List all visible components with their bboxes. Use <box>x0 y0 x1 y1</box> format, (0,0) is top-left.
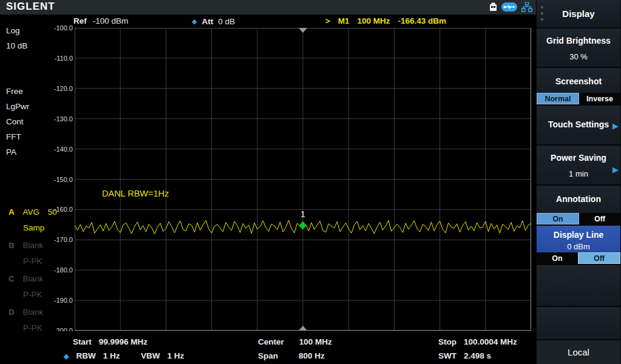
trace-a-status[interactable]: A AVG 50 <box>8 207 57 217</box>
grid-brightness-value: 30 % <box>537 52 620 61</box>
att-value: 0 dB <box>218 17 235 26</box>
span-label: Span <box>258 351 278 360</box>
stop-value: 100.0004 MHz <box>464 337 517 346</box>
trace-b-detector: Blank <box>23 241 44 250</box>
start-value: 99.9996 MHz <box>99 337 148 346</box>
submenu-arrow-icon: ▶ <box>613 121 619 130</box>
display-line-on-button[interactable]: On <box>537 252 578 264</box>
display-line-off-button[interactable]: Off <box>578 252 620 264</box>
att-label: Att <box>202 17 213 26</box>
marker-1-diamond-icon[interactable] <box>299 221 307 229</box>
menu-item-grid-brightness[interactable]: Grid Brightness 30 % <box>537 29 620 67</box>
menu-item-power-saving[interactable]: Power Saving 1 min ▶ <box>537 146 620 184</box>
annotation-row: Ref -100 dBm ◆ Att 0 dB > M1 100 MHz -16… <box>0 15 536 28</box>
local-button[interactable]: Local <box>537 340 620 364</box>
system-status-icons <box>489 2 532 12</box>
marker-name: M1 <box>338 16 350 25</box>
rbw-value: 1 Hz <box>103 351 120 361</box>
trace-a-mode[interactable]: Samp <box>23 223 44 232</box>
span-readout[interactable]: Span 800 Hz <box>258 351 325 360</box>
att-diamond-icon: ◆ <box>192 16 197 26</box>
y-axis-label: -110.0 <box>0 55 73 62</box>
brand-bar: SIGLENT <box>0 0 536 15</box>
start-freq-readout[interactable]: Start 99.9996 MHz <box>73 337 148 346</box>
fft-mode[interactable]: FFT <box>6 132 21 141</box>
screenshot-normal-button[interactable]: Normal <box>537 93 579 104</box>
plot-canvas: 1 <box>75 28 531 331</box>
annotation-off-button[interactable]: Off <box>579 213 620 224</box>
marker-1-label: 1 <box>300 209 305 219</box>
preamp-state[interactable]: LgPwr <box>6 102 29 111</box>
center-label: Center <box>258 337 284 346</box>
trace-d-status[interactable]: D Blank <box>8 308 43 317</box>
sweep-mode[interactable]: Cont <box>6 117 24 126</box>
screenshot-inverse-button[interactable]: Inverse <box>579 93 620 104</box>
trace-d-detector: Blank <box>23 308 44 317</box>
trace-c-id: C <box>8 274 15 283</box>
display-line-title: Display Line <box>537 230 620 240</box>
menu-panel: Display Grid Brightness 30 % Screenshot … <box>536 0 621 364</box>
trace-b-mode[interactable]: P-PK <box>23 257 42 266</box>
annotation-toggle: On Off <box>537 213 620 224</box>
grid-brightness-title: Grid Brightness <box>537 36 620 46</box>
amplitude-scale-div[interactable]: 10 dB <box>6 41 27 50</box>
attenuation-readout[interactable]: ◆ Att 0 dB <box>192 16 235 26</box>
screenshot-toggle: Normal Inverse <box>537 93 620 104</box>
menu-grip-dots-icon <box>541 6 543 21</box>
marker-amplitude: -166.43 dBm <box>398 16 446 25</box>
span-value: 800 Hz <box>299 351 325 360</box>
trace-c-mode-label: P-PK <box>23 290 42 299</box>
center-freq-top-marker-icon <box>299 28 307 33</box>
trace-c-mode[interactable]: P-PK <box>23 290 42 299</box>
menu-item-screenshot[interactable]: Screenshot Normal Inverse <box>537 68 620 104</box>
ref-level-readout[interactable]: Ref -100 dBm <box>73 16 128 25</box>
stop-freq-readout[interactable]: Stop 100.0004 MHz <box>438 337 517 346</box>
swt-label: SWT <box>438 351 456 360</box>
touch-settings-title: Touch Settings <box>537 120 620 129</box>
trace-c-status[interactable]: C Blank <box>8 274 43 283</box>
trace-a-id: A <box>8 207 15 217</box>
menu-header: Display <box>537 0 620 27</box>
menu-title: Display <box>562 8 594 19</box>
trigger-mode[interactable]: Free <box>6 87 23 96</box>
frequency-status-bar: Start 99.9996 MHz Center 100 MHz Stop 10… <box>0 331 536 364</box>
annotation-title: Annotation <box>537 194 620 204</box>
annotation-on-button[interactable]: On <box>537 213 579 224</box>
y-axis-label: -180.0 <box>0 266 73 274</box>
brand-logo: SIGLENT <box>6 1 55 13</box>
rbw-readout[interactable]: ◆ RBW 1 Hz <box>64 351 120 361</box>
screenshot-title: Screenshot <box>537 76 620 86</box>
vbw-value: 1 Hz <box>168 351 185 360</box>
trace-b-mode-label: P-PK <box>23 257 42 266</box>
submenu-arrow-icon: ▶ <box>613 165 619 174</box>
usb-storage-icon <box>489 2 497 12</box>
power-saving-title: Power Saving <box>537 153 620 163</box>
marker-frequency: 100 MHz <box>357 16 390 25</box>
menu-item-touch-settings[interactable]: Touch Settings ▶ <box>537 106 620 144</box>
center-value: 100 MHz <box>299 337 332 346</box>
menu-item-empty-1 <box>537 265 620 306</box>
lan-icon <box>521 2 532 12</box>
menu-item-annotation[interactable]: Annotation On Off <box>537 186 620 224</box>
pa-state[interactable]: PA <box>6 147 16 157</box>
rbw-label: RBW <box>76 351 95 361</box>
trace-c-detector: Blank <box>23 274 44 283</box>
vbw-readout[interactable]: VBW 1 Hz <box>141 351 184 360</box>
trace-a-mode-label: Samp <box>23 223 44 232</box>
menu-item-empty-2 <box>537 307 620 339</box>
spectrum-plot[interactable]: 1 <box>75 28 531 331</box>
trace-a-count: 50 <box>48 207 57 217</box>
amplitude-scale-type[interactable]: Log <box>6 26 20 35</box>
menu-item-display-line[interactable]: Display Line 0 dBm On Off <box>537 226 620 264</box>
center-freq-readout[interactable]: Center 100 MHz <box>258 337 332 346</box>
y-axis-label: -150.0 <box>0 176 73 183</box>
trace-b-status[interactable]: B Blank <box>8 241 43 250</box>
rbw-diamond-icon: ◆ <box>64 351 69 361</box>
marker-prefix: > <box>325 16 330 25</box>
trace-a-detector: AVG <box>23 207 40 217</box>
danl-annotation: DANL RBW=1Hz <box>102 189 169 198</box>
swt-readout[interactable]: SWT 2.498 s <box>438 351 491 360</box>
marker-readout[interactable]: > M1 100 MHz -166.43 dBm <box>325 16 446 25</box>
display-line-value: 0 dBm <box>537 242 620 251</box>
local-button-label: Local <box>568 347 589 357</box>
